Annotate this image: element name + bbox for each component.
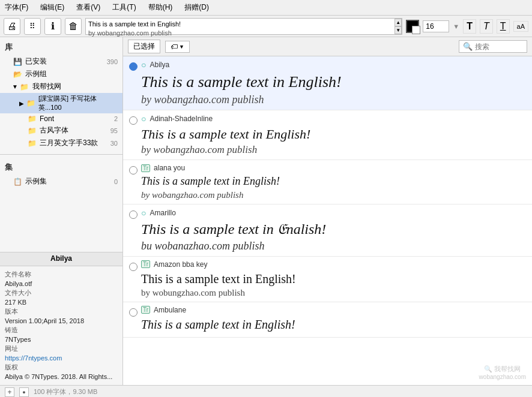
dots-button[interactable]: ● xyxy=(19,387,29,397)
sidebar-item-installed[interactable]: 💾 已安装 390 xyxy=(0,55,122,68)
installed-count: 390 xyxy=(107,58,118,65)
statusbar: + ● 100 种字体，9.30 MB xyxy=(0,385,532,397)
sidebar-divider xyxy=(0,154,122,155)
sample-text-line1: This is a sample text in English! xyxy=(88,20,392,29)
sidebar-item-font[interactable]: 📁 Font 2 xyxy=(0,113,122,124)
amarillo-preview1: This is a sample text in 𝔈nalish! xyxy=(141,219,532,240)
search-input[interactable] xyxy=(475,43,523,51)
library-header: 库 xyxy=(0,40,122,55)
example-set-icon: 📋 xyxy=(12,178,23,186)
font-detail-version-val-row: Version 1.00;April 15, 2018 xyxy=(5,317,118,324)
font-detail-filename-row: 文件名称 xyxy=(5,270,118,279)
menu-edit[interactable]: 编辑(E) xyxy=(38,1,67,14)
sidebar-item-sanyue[interactable]: 📁 三月英文字手33款 30 xyxy=(0,137,122,149)
examples-label: 示例组 xyxy=(25,69,118,79)
font-info-adinah: ○ Adinah-ShadeInline This is a sample te… xyxy=(141,114,532,157)
font-name-row-alana: Tr alana you xyxy=(141,164,532,172)
underline-button[interactable]: T xyxy=(497,19,510,34)
scroll-up[interactable]: ▲ xyxy=(394,19,402,26)
sidebar-item-mywang[interactable]: ▼ 📁 我帮找网 xyxy=(0,80,122,93)
font-entry-abilya[interactable]: ○ Abilya This is a sample text in Englis… xyxy=(123,56,532,110)
font-detail-title: Abilya xyxy=(0,252,122,266)
library-section: 库 💾 已安装 390 📂 示例组 ▼ 📁 我帮找网 ▶ 📁 xyxy=(0,37,122,152)
scroll-down[interactable]: ▼ xyxy=(394,26,402,34)
sample-text-scroll[interactable]: ▲ ▼ xyxy=(394,19,402,34)
version-val: Version 1.00;April 15, 2018 xyxy=(5,317,118,324)
watermark-icon: 🔍 我帮找网 xyxy=(479,365,526,374)
radio-amazon[interactable] xyxy=(129,260,138,271)
radio-amarillo-btn[interactable] xyxy=(129,210,138,219)
sample-text-line2: by wobangzhao.com publish xyxy=(88,29,392,38)
bold-button[interactable]: T xyxy=(463,19,476,34)
menu-font[interactable]: 字体(F) xyxy=(2,1,31,14)
radio-amarillo[interactable] xyxy=(129,208,138,219)
menu-tools[interactable]: 工具(T) xyxy=(110,1,138,14)
gufeng-label: 古风字体 xyxy=(40,125,108,136)
tag-button[interactable]: 🏷 ▼ xyxy=(165,41,190,53)
sidebar-item-examples[interactable]: 📂 示例组 xyxy=(0,68,122,80)
url-link[interactable]: https://7ntypes.com xyxy=(5,354,62,362)
radio-alana[interactable] xyxy=(129,164,138,175)
menu-view[interactable]: 查看(V) xyxy=(74,1,103,14)
delete-button[interactable]: 🗑 xyxy=(65,18,82,35)
italic-button[interactable]: T xyxy=(480,19,493,34)
font-info-amarillo: ○ Amarillo This is a sample text in 𝔈nal… xyxy=(141,208,532,252)
sidebar: 库 💾 已安装 390 📂 示例组 ▼ 📁 我帮找网 ▶ 📁 xyxy=(0,37,123,385)
print-button[interactable]: 🖨 xyxy=(4,18,20,35)
font-info-alana: Tr alana you This is a sample text in En… xyxy=(141,164,532,200)
radio-abilya[interactable] xyxy=(129,60,138,71)
case-button[interactable]: aA xyxy=(513,21,528,32)
tag-icon: 🏷 xyxy=(171,43,178,51)
menu-donate[interactable]: 捐赠(D) xyxy=(182,1,211,14)
info-button[interactable]: ℹ xyxy=(44,18,61,35)
font-info-ambulane: Tr Ambulane This is a sample text in Eng… xyxy=(141,306,532,333)
main-layout: 库 💾 已安装 390 📂 示例组 ▼ 📁 我帮找网 ▶ 📁 xyxy=(0,37,532,385)
copyright-key: 版权 xyxy=(5,363,36,372)
font-detail-foundry-row: 铸造 xyxy=(5,326,118,335)
font-entry-amarillo[interactable]: ○ Amarillo This is a sample text in 𝔈nal… xyxy=(123,204,532,257)
menubar: 字体(F) 编辑(E) 查看(V) 工具(T) 帮助(H) 捐赠(D) xyxy=(0,0,532,16)
radio-abilya-btn[interactable] xyxy=(129,62,138,71)
alana-preview2: by wobangzhao.com publish xyxy=(141,190,532,200)
radio-adinah[interactable] xyxy=(129,114,138,125)
foundry-val: 7NTypes xyxy=(5,336,118,343)
sidebar-item-gufeng[interactable]: 📁 古风字体 95 xyxy=(0,124,122,137)
font-entry-adinah[interactable]: ○ Adinah-ShadeInline This is a sample te… xyxy=(123,110,532,161)
menu-help[interactable]: 帮助(H) xyxy=(146,1,175,14)
font-entry-alana[interactable]: Tr alana you This is a sample text in En… xyxy=(123,160,532,204)
font-entry-ambulane[interactable]: Tr Ambulane This is a sample text in Eng… xyxy=(123,302,532,338)
abilya-name: Abilya xyxy=(150,61,169,69)
font-name-row-ambulane: Tr Ambulane xyxy=(141,306,532,314)
radio-alana-btn[interactable] xyxy=(129,166,138,175)
font-count: 2 xyxy=(114,115,118,122)
collection-header: 集 xyxy=(0,160,122,175)
gufeng-count: 95 xyxy=(110,127,118,134)
amazon-tr-icon: Tr xyxy=(141,260,150,268)
grid-button[interactable]: ⠿ xyxy=(24,18,41,35)
color-picker[interactable] xyxy=(406,20,419,33)
font-size-input[interactable] xyxy=(423,20,449,32)
mywang-label: 我帮找网 xyxy=(32,82,118,92)
version-key: 版本 xyxy=(5,307,36,316)
ambulane-preview1: This is a sample text in English! xyxy=(141,315,532,333)
sidebar-item-example-set[interactable]: 📋 示例集 0 xyxy=(0,175,122,188)
sanyue-count: 30 xyxy=(110,140,118,147)
radio-ambulane[interactable] xyxy=(129,306,138,317)
add-button[interactable]: + xyxy=(5,387,14,397)
sidebar-item-kebao[interactable]: ▶ 📁 [課宝購买] 手写花体英...100 xyxy=(0,93,122,113)
selected-button[interactable]: 已选择 xyxy=(128,40,160,53)
amarillo-circle-icon: ○ xyxy=(141,208,146,218)
font-entry-amazon[interactable]: Tr Amazon bba key This is a sample text … xyxy=(123,257,532,302)
radio-ambulane-btn[interactable] xyxy=(129,308,138,317)
font-name-row-adinah: ○ Adinah-ShadeInline xyxy=(141,114,532,124)
font-detail-filename-val-row: Abilya.otf xyxy=(5,280,118,287)
sanyue-icon: 📁 xyxy=(26,139,37,148)
font-detail-foundry-val-row: 7NTypes xyxy=(5,336,118,343)
radio-adinah-btn[interactable] xyxy=(129,116,138,125)
url-key: 网址 xyxy=(5,344,36,353)
examples-icon: 📂 xyxy=(12,70,23,79)
example-set-label: 示例集 xyxy=(25,176,112,187)
sanyue-label: 三月英文字手33款 xyxy=(40,138,108,148)
radio-amazon-btn[interactable] xyxy=(129,263,138,271)
adinah-name: Adinah-ShadeInline xyxy=(150,115,213,123)
